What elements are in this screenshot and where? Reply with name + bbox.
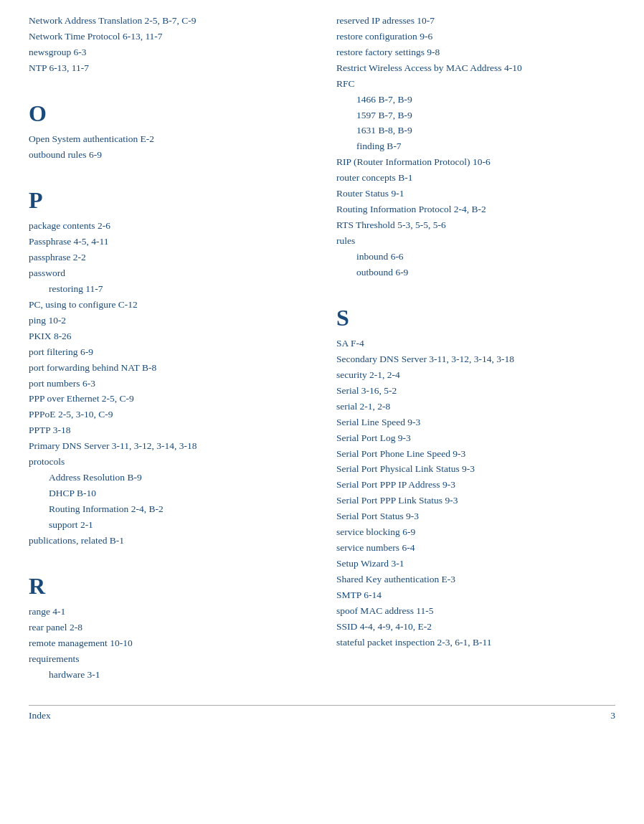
index-entry: passphrase 2-2	[29, 250, 308, 265]
index-entry: Router Status 9-1	[336, 186, 615, 202]
index-entry: RFC	[336, 77, 615, 92]
index-entry: package contents 2-6	[29, 219, 308, 234]
spacer	[29, 77, 308, 87]
index-entry: PC, using to configure C-12	[29, 298, 308, 313]
index-entry: reserved IP adresses 10-7	[336, 14, 615, 29]
page-layout: Network Address Translation 2-5, B-7, C-…	[29, 13, 615, 683]
index-entry: Routing Information 2-4, B-2	[29, 502, 308, 517]
index-entry: Routing Information Protocol 2-4, B-2	[336, 202, 615, 217]
index-entry: remote management 10-10	[29, 636, 308, 651]
index-entry: restoring 11-7	[29, 282, 308, 297]
index-entry: Restrict Wireless Access by MAC Address …	[336, 61, 615, 76]
right-column: reserved IP adresses 10-7restore configu…	[322, 13, 615, 683]
index-entry: Setup Wizard 3-1	[336, 557, 615, 572]
index-entry: 1466 B-7, B-9	[336, 93, 615, 108]
index-entry: PPPoE 2-5, 3-10, C-9	[29, 407, 308, 422]
index-entry: rules	[336, 234, 615, 249]
index-entry: Serial Port Status 9-3	[336, 509, 615, 524]
index-entry: Network Time Protocol 6-13, 11-7	[29, 29, 308, 44]
spacer-small	[29, 217, 308, 218]
index-entry: PPTP 3-18	[29, 423, 308, 438]
spacer-small	[29, 602, 308, 604]
index-entry: NTP 6-13, 11-7	[29, 61, 308, 76]
index-entry: Open System authentication E-2	[29, 132, 308, 147]
index-entry: protocols	[29, 455, 308, 470]
page-footer: Index 3	[29, 705, 615, 721]
section-heading: O	[29, 100, 308, 127]
index-entry: port filtering 6-9	[29, 345, 308, 360]
index-entry: stateful packet inspection 2-3, 6-1, B-1…	[336, 635, 615, 650]
index-entry: port numbers 6-3	[29, 377, 308, 392]
index-entry: Primary DNS Server 3-11, 3-12, 3-14, 3-1…	[29, 439, 308, 454]
index-entry: Serial Port PPP Link Status 9-3	[336, 493, 615, 508]
index-entry: outbound rules 6-9	[29, 148, 308, 163]
index-entry: rear panel 2-8	[29, 620, 308, 635]
index-entry: password	[29, 266, 308, 281]
section-heading: P	[29, 186, 308, 214]
footer-index-label: Index	[29, 710, 51, 721]
index-entry: RTS Threshold 5-3, 5-5, 5-6	[336, 218, 615, 233]
left-column: Network Address Translation 2-5, B-7, C-…	[29, 13, 322, 683]
index-entry: PPP over Ethernet 2-5, C-9	[29, 392, 308, 407]
index-entry: restore factory settings 9-8	[336, 45, 615, 60]
index-entry: requirements	[29, 652, 308, 667]
index-entry: Serial Port Physical Link Status 9-3	[336, 462, 615, 477]
index-entry: PKIX 8-26	[29, 329, 308, 344]
index-entry: Passphrase 4-5, 4-11	[29, 235, 308, 250]
section-heading: S	[336, 304, 615, 331]
index-entry: Network Address Translation 2-5, B-7, C-…	[29, 14, 308, 29]
index-entry: DHCP B-10	[29, 486, 308, 501]
spacer-small	[336, 334, 615, 336]
index-entry: 1631 B-8, B-9	[336, 123, 615, 138]
index-entry: Serial Port Phone Line Speed 9-3	[336, 447, 615, 462]
index-entry: hardware 3-1	[29, 668, 308, 683]
spacer-small	[29, 130, 308, 131]
section-heading: R	[29, 572, 308, 600]
footer-page-number: 3	[610, 710, 615, 721]
index-entry: support 2-1	[29, 518, 308, 533]
index-entry: finding B-7	[336, 139, 615, 154]
index-entry: ping 10-2	[29, 313, 308, 328]
index-entry: service blocking 6-9	[336, 525, 615, 540]
index-entry: SSID 4-4, 4-9, 4-10, E-2	[336, 620, 615, 635]
index-entry: publications, related B-1	[29, 534, 308, 549]
index-entry: router concepts B-1	[336, 171, 615, 186]
index-entry: Serial Port PPP IP Address 9-3	[336, 478, 615, 493]
index-entry: Serial Port Log 9-3	[336, 431, 615, 446]
index-entry: RIP (Router Information Protocol) 10-6	[336, 155, 615, 170]
index-entry: newsgroup 6-3	[29, 45, 308, 60]
index-entry: restore configuration 9-6	[336, 29, 615, 44]
index-entry: inbound 6-6	[336, 250, 615, 265]
index-entry: Shared Key authentication E-3	[336, 572, 615, 587]
index-entry: 1597 B-7, B-9	[336, 108, 615, 123]
index-entry: SMTP 6-14	[336, 588, 615, 603]
index-entry: Secondary DNS Server 3-11, 3-12, 3-14, 3…	[336, 352, 615, 367]
index-entry: serial 2-1, 2-8	[336, 399, 615, 415]
index-entry: Serial Line Speed 9-3	[336, 415, 615, 430]
index-entry: port forwarding behind NAT B-8	[29, 361, 308, 376]
index-entry: service numbers 6-4	[336, 541, 615, 556]
spacer	[29, 164, 308, 174]
index-entry: Serial 3-16, 5-2	[336, 384, 615, 399]
spacer	[29, 549, 308, 559]
index-entry: Address Resolution B-9	[29, 470, 308, 486]
index-entry: security 2-1, 2-4	[336, 368, 615, 383]
index-entry: SA F-4	[336, 336, 615, 351]
spacer	[336, 281, 615, 291]
index-entry: range 4-1	[29, 605, 308, 620]
index-entry: spoof MAC address 11-5	[336, 604, 615, 619]
index-entry: outbound 6-9	[336, 265, 615, 280]
